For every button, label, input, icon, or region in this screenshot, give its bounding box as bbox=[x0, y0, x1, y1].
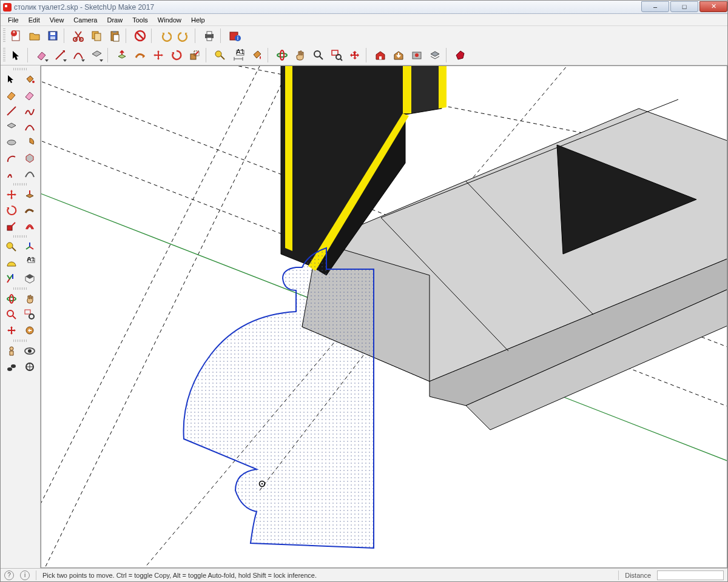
orbit-button[interactable] bbox=[3, 291, 20, 307]
pie-tool-button[interactable] bbox=[21, 135, 38, 150]
text-label-button[interactable] bbox=[3, 270, 20, 286]
copy-button[interactable] bbox=[88, 27, 105, 44]
layers-button[interactable] bbox=[426, 47, 443, 64]
tape-measure-button[interactable] bbox=[212, 47, 229, 64]
model-info-button[interactable]: i bbox=[226, 27, 243, 44]
info-icon[interactable]: i bbox=[20, 570, 30, 580]
position-camera-button[interactable] bbox=[3, 343, 20, 359]
grip-icon[interactable] bbox=[13, 68, 28, 70]
3dwarehouse-share-button[interactable] bbox=[390, 47, 407, 64]
top-toolbars: i A1 bbox=[1, 26, 727, 65]
3d-viewport[interactable] bbox=[41, 65, 727, 568]
3d-text-button[interactable] bbox=[3, 166, 20, 182]
menu-edit[interactable]: Edit bbox=[24, 15, 45, 25]
follow-me-button[interactable] bbox=[21, 202, 38, 218]
freehand-tool-button[interactable] bbox=[21, 103, 38, 119]
menu-window[interactable]: Window bbox=[153, 15, 186, 25]
eraser-soft-button[interactable] bbox=[21, 87, 38, 103]
push-pull-button[interactable] bbox=[113, 47, 130, 64]
dimension-button[interactable]: A1 bbox=[21, 255, 38, 270]
line-tool-button[interactable] bbox=[3, 103, 20, 119]
follow-me-button[interactable] bbox=[132, 47, 149, 64]
move-tool-button[interactable] bbox=[150, 47, 167, 64]
zoom-window-button[interactable] bbox=[21, 307, 38, 323]
walk-target-button[interactable] bbox=[21, 359, 38, 375]
titlebar[interactable]: столик туалет2.skp - SketchUp Make 2017 … bbox=[1, 1, 727, 14]
arc2-tool-button[interactable] bbox=[3, 150, 20, 166]
scale-tool-button[interactable] bbox=[3, 218, 20, 234]
save-file-button[interactable] bbox=[44, 27, 61, 44]
protractor-button[interactable] bbox=[3, 255, 20, 270]
menu-help[interactable]: Help bbox=[186, 15, 210, 25]
rectangle-tool-button[interactable] bbox=[3, 119, 20, 135]
axes-tool-button[interactable] bbox=[21, 239, 38, 255]
grip-icon[interactable] bbox=[3, 48, 5, 62]
grip-icon[interactable] bbox=[13, 287, 28, 290]
circle-tool-button[interactable] bbox=[3, 135, 20, 150]
ruby-console-button[interactable] bbox=[452, 47, 469, 64]
dimension-button[interactable]: A1 bbox=[230, 47, 247, 64]
vcb-input[interactable] bbox=[657, 570, 724, 580]
zoom-button[interactable] bbox=[3, 307, 20, 323]
grip-icon[interactable] bbox=[13, 183, 28, 186]
select-tool-button[interactable] bbox=[8, 47, 25, 64]
look-around-button[interactable] bbox=[21, 343, 38, 359]
rotate-tool-button[interactable] bbox=[3, 202, 20, 218]
menu-view[interactable]: View bbox=[45, 15, 69, 25]
section-plane-button[interactable] bbox=[21, 270, 38, 286]
eraser-tool-button[interactable] bbox=[3, 87, 20, 103]
redo-button[interactable] bbox=[175, 27, 192, 44]
svg-point-37 bbox=[7, 297, 16, 301]
select-tool-button[interactable] bbox=[3, 72, 20, 87]
print-button[interactable] bbox=[201, 27, 218, 44]
toolbar-row-1: i bbox=[1, 26, 727, 45]
close-button[interactable]: ✕ bbox=[699, 1, 727, 12]
line-tool-button[interactable] bbox=[52, 47, 69, 64]
previous-view-button[interactable] bbox=[21, 323, 38, 338]
svg-rect-14 bbox=[207, 32, 212, 35]
rotate-tool-button[interactable] bbox=[168, 47, 185, 64]
zoom-window-button[interactable] bbox=[328, 47, 345, 64]
grip-icon[interactable] bbox=[13, 235, 28, 238]
pan-button[interactable] bbox=[21, 291, 38, 307]
menu-tools[interactable]: Tools bbox=[127, 15, 153, 25]
grip-icon[interactable] bbox=[3, 28, 5, 43]
arc-tool-button[interactable] bbox=[21, 119, 38, 135]
rectangle-tool-button[interactable] bbox=[88, 47, 105, 64]
new-file-button[interactable] bbox=[8, 27, 25, 44]
bezier-button[interactable] bbox=[21, 166, 38, 182]
svg-point-47 bbox=[11, 364, 16, 368]
svg-point-41 bbox=[29, 314, 34, 319]
orbit-button[interactable] bbox=[274, 47, 291, 64]
offset-tool-button[interactable] bbox=[21, 218, 38, 234]
menu-draw[interactable]: Draw bbox=[102, 15, 127, 25]
tape-measure-button[interactable] bbox=[3, 239, 20, 255]
eraser-tool-button[interactable] bbox=[33, 47, 50, 64]
move-tool-button[interactable] bbox=[3, 187, 20, 202]
maximize-button[interactable]: □ bbox=[670, 1, 698, 12]
scale-tool-button[interactable] bbox=[186, 47, 203, 64]
zoom-extents-button[interactable] bbox=[346, 47, 363, 64]
paint-bucket-button[interactable] bbox=[248, 47, 265, 64]
help-icon[interactable]: ? bbox=[4, 570, 14, 580]
arc-tool-button[interactable] bbox=[70, 47, 87, 64]
minimize-button[interactable]: – bbox=[641, 1, 669, 12]
undo-button[interactable] bbox=[157, 27, 174, 44]
open-file-button[interactable] bbox=[26, 27, 43, 44]
cut-button[interactable] bbox=[70, 27, 87, 44]
extension-warehouse-button[interactable] bbox=[408, 47, 425, 64]
zoom-extents-button[interactable] bbox=[3, 323, 20, 338]
zoom-button[interactable] bbox=[310, 47, 327, 64]
grip-icon[interactable] bbox=[13, 340, 28, 342]
separator bbox=[64, 28, 67, 43]
erase-button[interactable] bbox=[132, 27, 149, 44]
paste-button[interactable] bbox=[106, 27, 123, 44]
polygon-tool-button[interactable] bbox=[21, 150, 38, 166]
menu-camera[interactable]: Camera bbox=[69, 15, 102, 25]
push-pull-button[interactable] bbox=[21, 187, 38, 202]
menu-file[interactable]: File bbox=[3, 15, 24, 25]
paint-bucket-button[interactable] bbox=[21, 72, 38, 87]
3dwarehouse-get-button[interactable] bbox=[372, 47, 389, 64]
pan-button[interactable] bbox=[292, 47, 309, 64]
walk-button[interactable] bbox=[3, 359, 20, 375]
